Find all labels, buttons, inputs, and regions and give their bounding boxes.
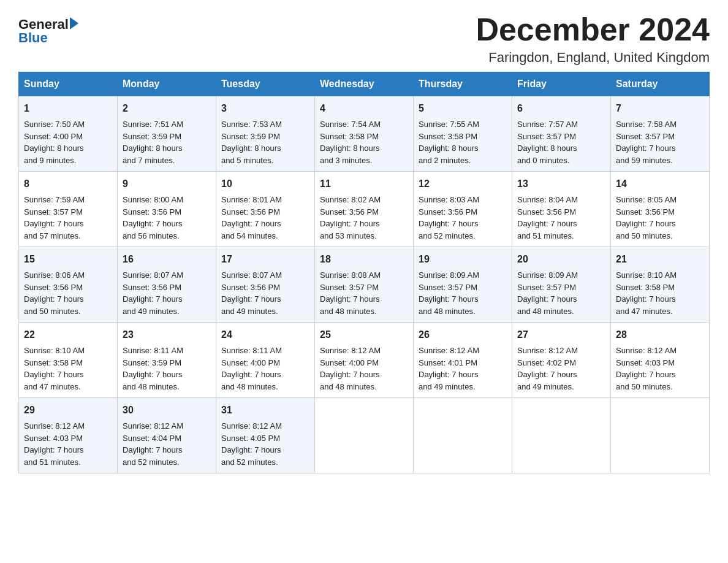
day-info: Sunrise: 8:12 AMSunset: 4:00 PMDaylight:… bbox=[320, 345, 408, 393]
day-info: Sunrise: 8:07 AMSunset: 3:56 PMDaylight:… bbox=[221, 269, 309, 317]
day-number: 29 bbox=[24, 403, 112, 418]
day-info: Sunrise: 8:11 AMSunset: 4:00 PMDaylight:… bbox=[221, 345, 309, 393]
calendar-cell: 12Sunrise: 8:03 AMSunset: 3:56 PMDayligh… bbox=[414, 172, 512, 247]
day-info: Sunrise: 8:10 AMSunset: 3:58 PMDaylight:… bbox=[24, 345, 112, 393]
day-number: 1 bbox=[24, 101, 112, 116]
col-header-monday: Monday bbox=[118, 72, 216, 96]
col-header-wednesday: Wednesday bbox=[315, 72, 414, 96]
calendar-cell: 19Sunrise: 8:09 AMSunset: 3:57 PMDayligh… bbox=[414, 247, 512, 323]
day-info: Sunrise: 8:12 AMSunset: 4:03 PMDaylight:… bbox=[24, 420, 112, 468]
day-number: 2 bbox=[123, 101, 211, 116]
day-number: 31 bbox=[221, 403, 309, 418]
calendar-header-row: SundayMondayTuesdayWednesdayThursdayFrid… bbox=[19, 72, 710, 96]
day-number: 24 bbox=[221, 327, 309, 342]
calendar-cell: 29Sunrise: 8:12 AMSunset: 4:03 PMDayligh… bbox=[19, 398, 118, 473]
logo: General Blue bbox=[18, 17, 78, 45]
day-info: Sunrise: 8:07 AMSunset: 3:56 PMDaylight:… bbox=[123, 269, 211, 317]
calendar-cell: 31Sunrise: 8:12 AMSunset: 4:05 PMDayligh… bbox=[216, 398, 315, 473]
day-info: Sunrise: 8:00 AMSunset: 3:56 PMDaylight:… bbox=[123, 194, 211, 242]
day-number: 6 bbox=[517, 101, 605, 116]
calendar-week-row: 15Sunrise: 8:06 AMSunset: 3:56 PMDayligh… bbox=[19, 247, 710, 323]
day-info: Sunrise: 7:50 AMSunset: 4:00 PMDaylight:… bbox=[24, 118, 112, 166]
calendar-cell: 6Sunrise: 7:57 AMSunset: 3:57 PMDaylight… bbox=[512, 96, 611, 172]
calendar-cell: 23Sunrise: 8:11 AMSunset: 3:59 PMDayligh… bbox=[118, 323, 216, 398]
day-info: Sunrise: 8:02 AMSunset: 3:56 PMDaylight:… bbox=[320, 194, 408, 242]
day-info: Sunrise: 8:03 AMSunset: 3:56 PMDaylight:… bbox=[419, 194, 507, 242]
day-info: Sunrise: 8:10 AMSunset: 3:58 PMDaylight:… bbox=[616, 269, 704, 317]
calendar-cell: 28Sunrise: 8:12 AMSunset: 4:03 PMDayligh… bbox=[611, 323, 710, 398]
day-number: 28 bbox=[616, 327, 704, 342]
day-number: 14 bbox=[616, 177, 704, 191]
day-info: Sunrise: 8:11 AMSunset: 3:59 PMDaylight:… bbox=[123, 345, 211, 393]
day-info: Sunrise: 8:12 AMSunset: 4:01 PMDaylight:… bbox=[419, 345, 507, 393]
calendar-cell: 16Sunrise: 8:07 AMSunset: 3:56 PMDayligh… bbox=[118, 247, 216, 323]
day-number: 12 bbox=[419, 177, 507, 191]
day-info: Sunrise: 7:51 AMSunset: 3:59 PMDaylight:… bbox=[123, 118, 211, 166]
logo-arrow-icon bbox=[70, 17, 78, 29]
day-number: 21 bbox=[616, 252, 704, 267]
calendar-cell: 25Sunrise: 8:12 AMSunset: 4:00 PMDayligh… bbox=[315, 323, 414, 398]
calendar-table: SundayMondayTuesdayWednesdayThursdayFrid… bbox=[18, 72, 710, 473]
day-info: Sunrise: 7:54 AMSunset: 3:58 PMDaylight:… bbox=[320, 118, 408, 166]
day-info: Sunrise: 8:04 AMSunset: 3:56 PMDaylight:… bbox=[517, 194, 605, 242]
day-number: 26 bbox=[419, 327, 507, 342]
day-number: 25 bbox=[320, 327, 408, 342]
day-info: Sunrise: 8:06 AMSunset: 3:56 PMDaylight:… bbox=[24, 269, 112, 317]
calendar-cell: 24Sunrise: 8:11 AMSunset: 4:00 PMDayligh… bbox=[216, 323, 315, 398]
day-number: 4 bbox=[320, 101, 408, 116]
page-header: General Blue December 2024 Faringdon, En… bbox=[18, 12, 710, 66]
col-header-tuesday: Tuesday bbox=[216, 72, 315, 96]
day-number: 18 bbox=[320, 252, 408, 267]
day-number: 8 bbox=[24, 177, 112, 191]
day-number: 27 bbox=[517, 327, 605, 342]
day-number: 5 bbox=[419, 101, 507, 116]
calendar-week-row: 22Sunrise: 8:10 AMSunset: 3:58 PMDayligh… bbox=[19, 323, 710, 398]
day-number: 9 bbox=[123, 177, 211, 191]
calendar-cell: 26Sunrise: 8:12 AMSunset: 4:01 PMDayligh… bbox=[414, 323, 512, 398]
day-info: Sunrise: 7:55 AMSunset: 3:58 PMDaylight:… bbox=[419, 118, 507, 166]
calendar-cell: 7Sunrise: 7:58 AMSunset: 3:57 PMDaylight… bbox=[611, 96, 710, 172]
day-number: 16 bbox=[123, 252, 211, 267]
day-info: Sunrise: 8:05 AMSunset: 3:56 PMDaylight:… bbox=[616, 194, 704, 242]
day-info: Sunrise: 7:57 AMSunset: 3:57 PMDaylight:… bbox=[517, 118, 605, 166]
day-number: 15 bbox=[24, 252, 112, 267]
calendar-cell: 14Sunrise: 8:05 AMSunset: 3:56 PMDayligh… bbox=[611, 172, 710, 247]
day-info: Sunrise: 8:08 AMSunset: 3:57 PMDaylight:… bbox=[320, 269, 408, 317]
day-info: Sunrise: 8:09 AMSunset: 3:57 PMDaylight:… bbox=[419, 269, 507, 317]
title-block: December 2024 Faringdon, England, United… bbox=[476, 12, 710, 66]
calendar-cell: 11Sunrise: 8:02 AMSunset: 3:56 PMDayligh… bbox=[315, 172, 414, 247]
month-title: December 2024 bbox=[476, 12, 710, 47]
calendar-week-row: 8Sunrise: 7:59 AMSunset: 3:57 PMDaylight… bbox=[19, 172, 710, 247]
col-header-thursday: Thursday bbox=[414, 72, 512, 96]
day-number: 20 bbox=[517, 252, 605, 267]
calendar-cell: 3Sunrise: 7:53 AMSunset: 3:59 PMDaylight… bbox=[216, 96, 315, 172]
calendar-cell: 22Sunrise: 8:10 AMSunset: 3:58 PMDayligh… bbox=[19, 323, 118, 398]
day-number: 7 bbox=[616, 101, 704, 116]
logo-blue-text: Blue bbox=[18, 31, 48, 45]
day-info: Sunrise: 8:12 AMSunset: 4:02 PMDaylight:… bbox=[517, 345, 605, 393]
calendar-cell: 18Sunrise: 8:08 AMSunset: 3:57 PMDayligh… bbox=[315, 247, 414, 323]
calendar-cell: 1Sunrise: 7:50 AMSunset: 4:00 PMDaylight… bbox=[19, 96, 118, 172]
day-number: 19 bbox=[419, 252, 507, 267]
day-info: Sunrise: 7:53 AMSunset: 3:59 PMDaylight:… bbox=[221, 118, 309, 166]
calendar-cell bbox=[414, 398, 512, 473]
day-info: Sunrise: 8:01 AMSunset: 3:56 PMDaylight:… bbox=[221, 194, 309, 242]
col-header-saturday: Saturday bbox=[611, 72, 710, 96]
day-number: 3 bbox=[221, 101, 309, 116]
calendar-cell bbox=[315, 398, 414, 473]
calendar-cell: 5Sunrise: 7:55 AMSunset: 3:58 PMDaylight… bbox=[414, 96, 512, 172]
col-header-friday: Friday bbox=[512, 72, 611, 96]
calendar-cell: 27Sunrise: 8:12 AMSunset: 4:02 PMDayligh… bbox=[512, 323, 611, 398]
calendar-cell: 8Sunrise: 7:59 AMSunset: 3:57 PMDaylight… bbox=[19, 172, 118, 247]
calendar-cell: 15Sunrise: 8:06 AMSunset: 3:56 PMDayligh… bbox=[19, 247, 118, 323]
calendar-week-row: 29Sunrise: 8:12 AMSunset: 4:03 PMDayligh… bbox=[19, 398, 710, 473]
day-info: Sunrise: 7:58 AMSunset: 3:57 PMDaylight:… bbox=[616, 118, 704, 166]
day-number: 10 bbox=[221, 177, 309, 191]
calendar-cell bbox=[512, 398, 611, 473]
calendar-cell bbox=[611, 398, 710, 473]
calendar-cell: 2Sunrise: 7:51 AMSunset: 3:59 PMDaylight… bbox=[118, 96, 216, 172]
day-info: Sunrise: 7:59 AMSunset: 3:57 PMDaylight:… bbox=[24, 194, 112, 242]
calendar-cell: 9Sunrise: 8:00 AMSunset: 3:56 PMDaylight… bbox=[118, 172, 216, 247]
calendar-week-row: 1Sunrise: 7:50 AMSunset: 4:00 PMDaylight… bbox=[19, 96, 710, 172]
day-number: 23 bbox=[123, 327, 211, 342]
